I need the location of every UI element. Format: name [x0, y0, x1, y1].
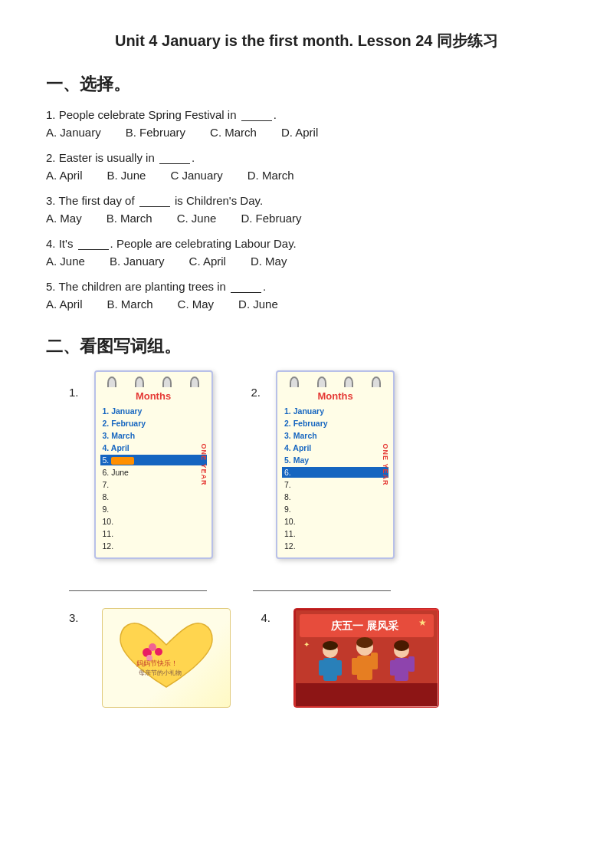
cal2-row3: 3. March	[282, 430, 388, 441]
q4-num: 4.	[46, 237, 59, 250]
calendar-1-num: 1.	[69, 386, 79, 399]
q1-opt-b: B. February	[126, 126, 185, 139]
svg-rect-15	[357, 656, 372, 680]
svg-rect-19	[395, 658, 408, 681]
question-4-text: 4. It's . People are celebrating Labour …	[46, 237, 567, 250]
ring-icon	[372, 376, 381, 387]
ring-icon	[135, 376, 144, 387]
svg-rect-11	[323, 658, 337, 681]
cal1-row8: 8.	[100, 492, 207, 502]
cal2-row8: 8.	[282, 492, 388, 502]
q5-opt-d: D. June	[238, 298, 278, 311]
labour-day-card: 庆五一 展风采	[293, 608, 439, 708]
ring-icon	[162, 376, 172, 387]
q4-opt-b: B. January	[110, 255, 165, 268]
svg-rect-20	[390, 660, 396, 676]
section-one-header: 一、选择。	[46, 73, 567, 96]
question-4-options: A. June B. January C. April D. May	[46, 255, 567, 268]
cal2-row10: 10.	[282, 516, 388, 527]
cal1-row3: 3. March	[100, 430, 207, 441]
cal1-row5: 5.	[100, 455, 207, 465]
write-lines-row	[69, 573, 567, 591]
cal2-row1: 1. January	[282, 406, 388, 416]
svg-point-2	[155, 648, 162, 656]
cal2-row7: 7.	[282, 479, 388, 490]
cal2-row6: 6.	[282, 467, 388, 478]
q2-opt-c: C January	[170, 169, 222, 182]
cal1-row12: 12.	[100, 541, 207, 551]
write-line-2[interactable]	[253, 573, 391, 591]
q4-opt-a: A. June	[46, 255, 85, 268]
write-line-1[interactable]	[69, 573, 207, 591]
question-2-text: 2. Easter is usually in .	[46, 151, 567, 164]
question-1-text: 1. People celebrate Spring Festival in .	[46, 108, 567, 121]
q3-opt-a: A. May	[46, 212, 82, 225]
calendar-2-num: 2.	[251, 386, 261, 399]
q3-num: 3.	[46, 194, 58, 207]
svg-rect-9	[296, 683, 438, 706]
q1-opt-a: A. January	[46, 126, 101, 139]
cal2-row11: 11.	[282, 528, 388, 539]
question-3-options: A. May B. March C. June D. February	[46, 212, 567, 225]
svg-text:庆五一  展风采: 庆五一 展风采	[330, 620, 399, 632]
svg-rect-12	[319, 660, 325, 676]
ring-icon	[317, 376, 326, 387]
q5-opt-c: C. May	[178, 298, 215, 311]
q5-opt-b: B. March	[107, 298, 153, 311]
images-row: 3. 妈妈节快乐！ 母亲节的小礼物 4.	[69, 608, 567, 708]
svg-rect-16	[352, 658, 359, 675]
one-year-label-2: ONE YEAR	[382, 444, 390, 486]
q1-num: 1.	[46, 108, 59, 121]
ring-icon	[344, 376, 353, 387]
q2-num: 2.	[46, 151, 59, 164]
q2-body: Easter is usually in .	[59, 151, 195, 164]
cal1-row9: 9.	[100, 504, 207, 515]
cal1-row2: 2. February	[100, 418, 207, 429]
q4-body: It's . People are celebrating Labour Day…	[59, 237, 297, 250]
svg-text:母亲节的小礼物: 母亲节的小礼物	[139, 669, 182, 676]
q1-opt-c: C. March	[210, 126, 257, 139]
cal1-row1: 1. January	[100, 406, 207, 416]
q2-opt-a: A. April	[46, 169, 83, 182]
mothers-day-card: 妈妈节快乐！ 母亲节的小礼物	[102, 608, 231, 708]
svg-text:★: ★	[418, 617, 427, 628]
svg-text:✦: ✦	[303, 640, 310, 649]
q2-opt-b: B. June	[107, 169, 146, 182]
cal1-row6: 6. June	[100, 467, 207, 478]
svg-point-23	[323, 641, 338, 650]
section-one: 一、选择。 1. People celebrate Spring Festiva…	[46, 73, 567, 311]
ring-icon	[290, 376, 299, 387]
question-5-text: 5. The children are planting trees in .	[46, 280, 567, 293]
calendar-2-list: 1. January 2. February 3. March 4. April…	[280, 404, 390, 553]
q4-opt-d: D. May	[251, 255, 287, 268]
q3-body: The first day of is Children's Day.	[58, 194, 263, 207]
cal2-row4: 4. April	[282, 442, 388, 453]
svg-text:妈妈节快乐！: 妈妈节快乐！	[136, 659, 178, 667]
svg-rect-13	[336, 660, 342, 676]
q5-num: 5.	[46, 280, 58, 293]
cal2-row2: 2. February	[282, 418, 388, 429]
q1-body: People celebrate Spring Festival in .	[59, 108, 277, 121]
question-5-options: A. April B. March C. May D. June	[46, 298, 567, 311]
calendar-1-title: Months	[99, 390, 208, 402]
svg-rect-21	[408, 656, 415, 672]
cal1-row11: 11.	[100, 528, 207, 539]
section-two: 二、看图写词组。 1. Months 1. January 2. Februar…	[46, 335, 567, 708]
q2-opt-d: D. March	[247, 169, 294, 182]
q5-opt-a: A. April	[46, 298, 83, 311]
ring-icon	[107, 376, 116, 387]
mothers-card-svg: 妈妈节快乐！ 母亲节的小礼物	[105, 610, 228, 706]
svg-point-1	[149, 643, 156, 651]
q1-opt-d: D. April	[281, 126, 318, 139]
q3-opt-b: B. March	[107, 212, 152, 225]
question-3-text: 3. The first day of is Children's Day.	[46, 194, 567, 207]
cal2-row5: 5. May	[282, 455, 388, 465]
calendar-2-title: Months	[280, 390, 390, 402]
svg-rect-17	[371, 653, 378, 669]
section-two-header: 二、看图写词组。	[46, 335, 567, 358]
question-1-options: A. January B. February C. March D. April	[46, 126, 567, 139]
question-2-options: A. April B. June C January D. March	[46, 169, 567, 182]
ring-icon	[190, 376, 199, 387]
cal1-row4: 4. April	[100, 442, 207, 453]
cal2-row12: 12.	[282, 541, 388, 551]
